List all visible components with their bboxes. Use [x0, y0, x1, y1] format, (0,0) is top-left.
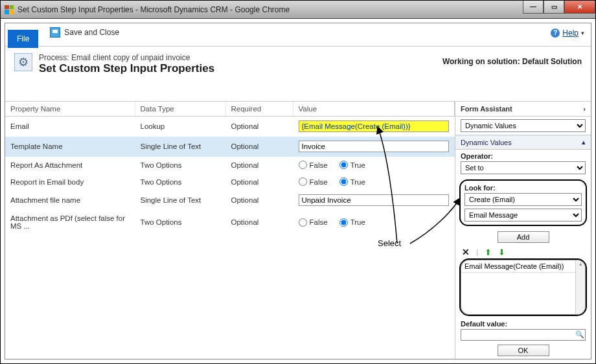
assistant-type-select[interactable]: Dynamic Values	[461, 119, 586, 132]
scrollbar[interactable]: ▴	[575, 260, 585, 314]
main-row: Property Name Data Type Required Value E…	[5, 101, 591, 359]
cell-data-type: Two Options	[135, 210, 225, 234]
radio-group: FalseTrue	[299, 177, 450, 186]
table-row[interactable]: Attachment as PDf (select false for MS .…	[5, 210, 455, 234]
move-up-icon[interactable]: ⬆	[485, 247, 492, 257]
form-assistant-title: Form Assistant	[461, 105, 512, 113]
cell-value	[293, 117, 455, 137]
file-menu[interactable]: File	[8, 30, 38, 48]
radio-option-false[interactable]: False	[299, 161, 328, 169]
cell-required: Optional	[225, 137, 293, 157]
radio-option-true[interactable]: True	[339, 161, 365, 169]
cell-property-name: Reoport in Email body	[5, 174, 135, 190]
dynamic-values-header[interactable]: Dynamic Values ▴	[455, 135, 591, 150]
default-value-section: Default value: 🔍	[461, 320, 586, 341]
cell-property-name: Attachment as PDf (select false for MS .…	[5, 210, 135, 234]
radio-option-false[interactable]: False	[299, 218, 328, 227]
list-item[interactable]: Email Message(Create (Email))	[461, 260, 585, 273]
col-required: Required	[225, 102, 293, 117]
cell-data-type: Single Line of Text	[135, 137, 225, 157]
cell-value: FalseTrue	[293, 157, 455, 174]
cell-data-type: Two Options	[135, 157, 225, 174]
radio-input[interactable]	[339, 218, 348, 227]
lookfor-entity-select[interactable]: Create (Email)	[464, 193, 582, 206]
value-input[interactable]	[299, 141, 450, 152]
radio-label: False	[310, 161, 328, 169]
cell-value: FalseTrue	[293, 174, 455, 190]
maximize-button[interactable]: ▭	[544, 1, 564, 14]
cell-required: Optional	[225, 157, 293, 174]
cell-data-type: Lookup	[135, 117, 225, 137]
radio-input[interactable]	[299, 177, 307, 186]
table-row[interactable]: Attachment file nameSingle Line of TextO…	[5, 190, 455, 210]
cell-required: Optional	[225, 210, 293, 234]
inner-frame: File Save and Close ? Help ▾ ⚙ Process: …	[5, 23, 591, 359]
save-icon	[50, 27, 60, 38]
value-input[interactable]	[299, 120, 450, 132]
dynamic-values-label: Dynamic Values	[461, 139, 512, 146]
radio-input[interactable]	[299, 161, 307, 169]
radio-option-true[interactable]: True	[339, 218, 365, 227]
window-title: Set Custom Step Input Properties - Micro…	[17, 5, 290, 14]
app-icon	[5, 5, 14, 14]
save-close-label: Save and Close	[64, 28, 119, 37]
scroll-up-icon[interactable]: ▴	[576, 260, 585, 267]
default-value-input[interactable]	[461, 329, 586, 341]
header-text: Process: Email client copy of unpaid inv…	[39, 53, 214, 75]
cell-data-type: Two Options	[135, 174, 225, 190]
header-block: ⚙ Process: Email client copy of unpaid i…	[5, 47, 591, 80]
values-list[interactable]: Email Message(Create (Email)) ▴	[461, 260, 586, 315]
operator-section: Operator: Set to	[455, 150, 591, 177]
add-button[interactable]: Add	[498, 231, 549, 243]
cell-data-type: Single Line of Text	[135, 190, 225, 210]
move-down-icon[interactable]: ⬇	[498, 247, 505, 257]
radio-label: True	[350, 178, 365, 186]
help-label: Help	[562, 28, 579, 38]
radio-label: False	[310, 218, 328, 226]
form-assistant-header: Form Assistant ›	[455, 102, 591, 117]
cell-property-name: Attachment file name	[5, 190, 135, 210]
lookup-icon[interactable]: 🔍	[575, 330, 584, 339]
save-and-close-button[interactable]: Save and Close	[50, 27, 119, 38]
radio-label: True	[350, 161, 365, 169]
value-input[interactable]	[299, 194, 450, 206]
remove-icon[interactable]: ✕	[462, 247, 470, 257]
help-link[interactable]: ? Help ▾	[551, 28, 584, 38]
table-row[interactable]: Reoport in Email bodyTwo OptionsOptional…	[5, 174, 455, 190]
collapse-icon: ▴	[582, 138, 586, 146]
table-row[interactable]: Template NameSingle Line of TextOptional	[5, 137, 455, 157]
table-row[interactable]: EmailLookupOptional	[5, 117, 455, 137]
default-value-label: Default value:	[461, 320, 586, 328]
content-area: File Save and Close ? Help ▾ ⚙ Process: …	[1, 19, 595, 363]
lookfor-label: Look for:	[464, 184, 582, 192]
cell-value	[293, 137, 455, 157]
form-assistant-panel: Form Assistant › Dynamic Values Dynamic …	[455, 101, 591, 359]
cell-property-name: Email	[5, 117, 135, 137]
process-icon: ⚙	[14, 53, 32, 71]
solution-label: Working on solution: Default Solution	[442, 57, 582, 66]
radio-input[interactable]	[299, 218, 307, 227]
table-row[interactable]: Report As AttachmentTwo OptionsOptionalF…	[5, 157, 455, 174]
operator-select[interactable]: Set to	[461, 161, 586, 174]
separator: |	[476, 248, 478, 256]
radio-option-true[interactable]: True	[339, 177, 365, 186]
ok-button[interactable]: OK	[498, 345, 549, 356]
help-icon: ?	[551, 28, 560, 38]
radio-input[interactable]	[339, 161, 348, 169]
page-title: Set Custom Step Input Properties	[39, 62, 214, 75]
cell-property-name: Report As Attachment	[5, 157, 135, 174]
properties-table: Property Name Data Type Required Value E…	[5, 102, 455, 234]
lookfor-attribute-select[interactable]: Email Message	[464, 209, 582, 222]
radio-label: True	[350, 218, 365, 226]
lookfor-box: Look for: Create (Email) Email Message	[459, 179, 587, 226]
radio-option-false[interactable]: False	[299, 177, 328, 186]
col-name: Property Name	[5, 102, 135, 117]
col-value: Value	[293, 102, 455, 117]
close-button[interactable]: ✕	[564, 1, 595, 14]
cell-value: FalseTrue	[293, 210, 455, 234]
chevron-right-icon[interactable]: ›	[583, 105, 586, 113]
cell-required: Optional	[225, 190, 293, 210]
radio-input[interactable]	[339, 177, 348, 186]
col-type: Data Type	[135, 102, 225, 117]
minimize-button[interactable]: —	[523, 1, 544, 14]
